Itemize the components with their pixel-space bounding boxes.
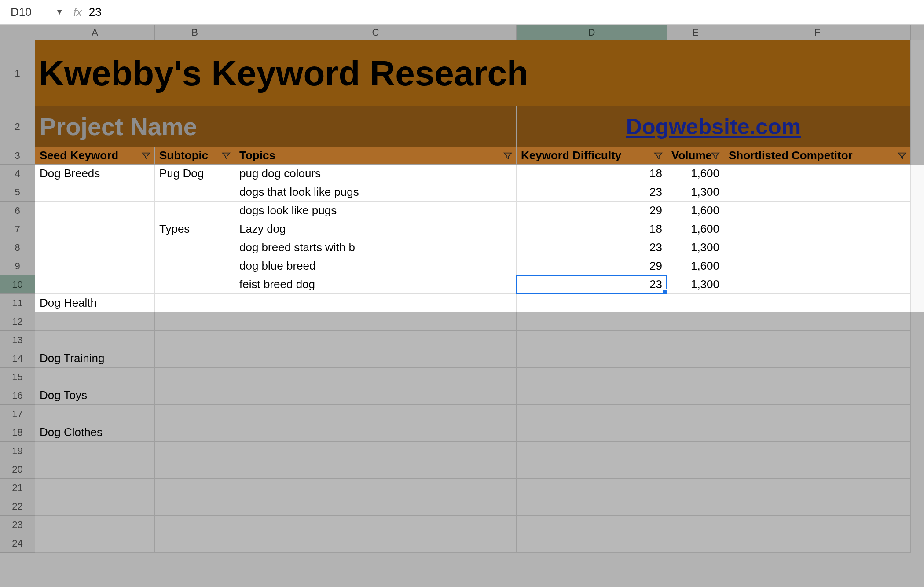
cell-keyword-difficulty[interactable] [517,497,667,516]
cell-keyword-difficulty[interactable] [517,331,667,349]
cell-volume[interactable]: 1,300 [667,183,724,202]
cell-subtopic[interactable]: Pug Dog [155,165,235,183]
cell-volume[interactable]: 1,600 [667,257,724,275]
cell-volume[interactable]: 1,300 [667,238,724,257]
cell-topic[interactable]: dogs look like pugs [235,202,517,220]
cell-keyword-difficulty[interactable] [517,405,667,423]
row-header-18[interactable]: 18 [0,423,35,442]
cell-subtopic[interactable] [155,257,235,275]
row-header-9[interactable]: 9 [0,257,35,275]
row-header-4[interactable]: 4 [0,165,35,183]
cell-volume[interactable] [667,442,724,460]
row-header-1[interactable]: 1 [0,40,35,106]
cell-seed-keyword[interactable] [35,497,155,516]
cell-topic[interactable] [235,386,517,405]
cell-volume[interactable]: 1,600 [667,220,724,238]
row-header-10[interactable]: 10 [0,275,35,294]
filter-icon[interactable] [221,151,231,161]
cell-subtopic[interactable] [155,294,235,312]
cell-competitor[interactable] [724,516,911,534]
cell-competitor[interactable] [724,479,911,497]
header-volume[interactable]: Volume [667,147,724,165]
cell-competitor[interactable] [724,238,911,257]
row-header-13[interactable]: 13 [0,331,35,349]
cell-volume[interactable]: 1,600 [667,202,724,220]
cell-seed-keyword[interactable] [35,275,155,294]
cell-keyword-difficulty[interactable]: 29 [517,202,667,220]
cell-subtopic[interactable] [155,516,235,534]
row-header-12[interactable]: 12 [0,312,35,331]
cell-seed-keyword[interactable]: Dog Health [35,294,155,312]
cell-seed-keyword[interactable] [35,479,155,497]
row-header-23[interactable]: 23 [0,516,35,534]
cell-topic[interactable] [235,534,517,553]
cell-topic[interactable] [235,423,517,442]
cell-seed-keyword[interactable] [35,368,155,386]
cell-keyword-difficulty[interactable] [517,442,667,460]
cell-competitor[interactable] [724,165,911,183]
row-header-22[interactable]: 22 [0,497,35,516]
cell-subtopic[interactable] [155,312,235,331]
cell-subtopic[interactable] [155,423,235,442]
cell-subtopic[interactable] [155,349,235,368]
row-header-19[interactable]: 19 [0,442,35,460]
cell-keyword-difficulty[interactable]: 18 [517,165,667,183]
cell-keyword-difficulty[interactable] [517,386,667,405]
cell-seed-keyword[interactable] [35,220,155,238]
cell-topic[interactable]: dogs that look like pugs [235,183,517,202]
cell-volume[interactable] [667,460,724,479]
row-header-15[interactable]: 15 [0,368,35,386]
cell-keyword-difficulty[interactable] [517,423,667,442]
col-header-e[interactable]: E [667,25,724,40]
cell-seed-keyword[interactable] [35,460,155,479]
cell-topic[interactable] [235,368,517,386]
cell-competitor[interactable] [724,405,911,423]
cell-volume[interactable] [667,534,724,553]
name-box[interactable]: D10 ▼ [5,5,67,19]
cell-seed-keyword[interactable] [35,516,155,534]
chevron-down-icon[interactable]: ▼ [55,7,63,17]
cell-volume[interactable] [667,368,724,386]
row-header-14[interactable]: 14 [0,349,35,368]
cell-keyword-difficulty[interactable]: 23 [517,238,667,257]
cell-keyword-difficulty[interactable] [517,516,667,534]
cell-volume[interactable] [667,479,724,497]
cell-competitor[interactable] [724,220,911,238]
cell-topic[interactable] [235,497,517,516]
cell-volume[interactable] [667,423,724,442]
cell-volume[interactable] [667,497,724,516]
cell-competitor[interactable] [724,534,911,553]
cell-topic[interactable] [235,312,517,331]
header-subtopic[interactable]: Subtopic [155,147,235,165]
cell-seed-keyword[interactable]: Dog Toys [35,386,155,405]
cell-seed-keyword[interactable] [35,257,155,275]
cell-subtopic[interactable] [155,386,235,405]
header-seed-keyword[interactable]: Seed Keyword [35,147,155,165]
cell-topic[interactable] [235,479,517,497]
cell-seed-keyword[interactable] [35,183,155,202]
cell-subtopic[interactable] [155,442,235,460]
cell-competitor[interactable] [724,368,911,386]
cell-topic[interactable]: dog breed starts with b [235,238,517,257]
project-name-label[interactable]: Project Name [35,106,517,147]
cell-competitor[interactable] [724,349,911,368]
cell-seed-keyword[interactable] [35,202,155,220]
cell-competitor[interactable] [724,386,911,405]
cell-subtopic[interactable] [155,534,235,553]
sheet-title[interactable]: Kwebby's Keyword Research [35,40,911,106]
cell-competitor[interactable] [724,312,911,331]
col-header-c[interactable]: C [235,25,517,40]
select-all-corner[interactable] [0,25,35,40]
cell-topic[interactable] [235,331,517,349]
cell-topic[interactable]: Lazy dog [235,220,517,238]
col-header-a[interactable]: A [35,25,155,40]
cell-seed-keyword[interactable] [35,312,155,331]
project-site-link[interactable]: Dogwebsite.com [517,106,911,147]
cell-topic[interactable]: pug dog colours [235,165,517,183]
header-topics[interactable]: Topics [235,147,517,165]
cell-subtopic[interactable] [155,497,235,516]
row-header-20[interactable]: 20 [0,460,35,479]
cell-seed-keyword[interactable] [35,331,155,349]
cell-seed-keyword[interactable] [35,534,155,553]
cell-competitor[interactable] [724,460,911,479]
